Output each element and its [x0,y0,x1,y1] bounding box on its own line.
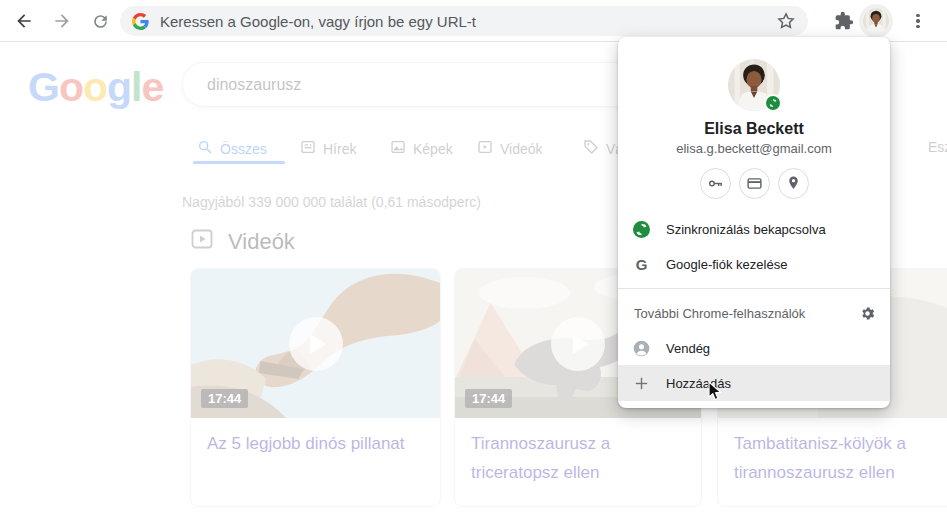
google-logo: Google [28,64,163,111]
credit-card-icon [746,175,763,192]
video-title-link[interactable]: Az 5 legjobb dinós pillanat [191,418,440,506]
tab-label: Hírek [323,141,356,157]
logo-letter: G [28,64,59,111]
payment-methods-button[interactable] [739,168,770,199]
three-dots-icon [916,12,919,31]
menu-item-add-person[interactable]: Hozzáadás [618,365,890,401]
profile-avatar-button[interactable] [863,8,889,34]
play-icon [310,334,326,354]
logo-letter: g [107,64,131,111]
other-profiles-section-header: További Chrome-felhasználók [618,299,890,327]
tab-hirek[interactable]: Hírek [300,139,356,158]
video-title-link[interactable]: Tirannoszaurusz a triceratopsz ellen [455,418,701,506]
browser-window: Google dinoszaurusz Összes Hírek Képek V… [0,0,947,531]
profile-avatar-large [728,59,780,111]
addresses-button[interactable] [778,168,809,199]
logo-letter: e [141,64,163,111]
logo-letter: o [59,64,83,111]
forward-button[interactable] [50,9,74,33]
profile-menu-popup: Elisa Beckett elisa.g.beckett@gmail.com … [618,37,890,408]
search-icon [197,139,213,158]
refresh-button[interactable] [88,9,112,33]
logo-letter: o [83,64,107,111]
images-icon [390,139,406,158]
logo-letter: l [131,64,141,111]
profile-shortcuts [618,168,890,199]
plus-icon [633,375,650,392]
menu-item-label: Google-fiók kezelése [666,257,787,272]
video-title-link[interactable]: Tambatitanisz-kölyök a tirannoszaurusz e… [718,418,947,506]
menu-item-guest[interactable]: Vendég [618,330,890,366]
tab-label: Összes [220,141,267,157]
tab-eszkozok[interactable]: Eszközök [928,139,947,155]
gear-icon[interactable] [859,305,876,322]
video-duration: 17:44 [201,389,248,408]
menu-item-label: Vendég [666,341,710,356]
profile-name: Elisa Beckett [618,120,890,138]
tab-videok[interactable]: Videók [477,139,543,158]
news-icon [300,139,316,158]
tab-kepek[interactable]: Képek [390,139,453,158]
video-duration: 17:44 [465,389,512,408]
bookmark-star-icon[interactable] [776,11,796,31]
result-stats: Nagyjából 339 000 000 találat (0,61 máso… [182,194,481,210]
menu-item-sync-status[interactable]: Szinkronizálás bekapcsolva [618,211,890,247]
profile-email: elisa.g.beckett@gmail.com [618,141,890,156]
shopping-tag-icon [583,139,599,158]
play-icon [573,334,589,354]
browser-toolbar: Keressen a Google-on, vagy írjon be egy … [0,0,947,42]
sync-on-badge-icon [764,94,782,112]
location-pin-icon [785,175,802,192]
play-button[interactable] [289,317,343,371]
tab-label: Képek [413,141,453,157]
passwords-button[interactable] [700,168,731,199]
key-icon [707,175,724,192]
play-button[interactable] [551,317,605,371]
refresh-icon [91,12,110,31]
browser-menu-button[interactable] [906,9,930,33]
menu-item-label: Szinkronizálás bekapcsolva [666,222,826,237]
back-button[interactable] [12,9,36,33]
section-label: További Chrome-felhasználók [634,306,859,321]
videos-heading-label: Videók [228,229,295,255]
video-thumbnail[interactable]: 17:44 [191,269,440,418]
forward-arrow-icon [52,11,72,31]
video-card[interactable]: 17:44 Az 5 legjobb dinós pillanat [190,268,441,507]
menu-item-manage-account[interactable]: G Google-fiók kezelése [618,246,890,282]
google-g-gray-icon: G [633,256,650,273]
google-g-icon [132,13,149,30]
video-section-icon [190,227,214,257]
mouse-cursor [708,381,724,407]
address-bar[interactable]: Keressen a Google-on, vagy írjon be egy … [120,6,808,36]
guest-person-icon [633,340,650,357]
tab-active-underline [193,161,285,164]
address-bar-placeholder: Keressen a Google-on, vagy írjon be egy … [160,13,776,30]
menu-divider [618,288,890,289]
extensions-puzzle-icon[interactable] [834,11,854,31]
video-icon [477,139,493,158]
tab-label: Videók [500,141,543,157]
videos-section-heading: Videók [190,227,295,257]
tab-osszes[interactable]: Összes [197,139,267,158]
avatar-image [863,8,889,34]
search-query-text: dinoszaurusz [207,76,301,94]
back-arrow-icon [14,11,34,31]
sync-on-icon [633,221,650,238]
tab-label: Eszközök [928,139,947,155]
